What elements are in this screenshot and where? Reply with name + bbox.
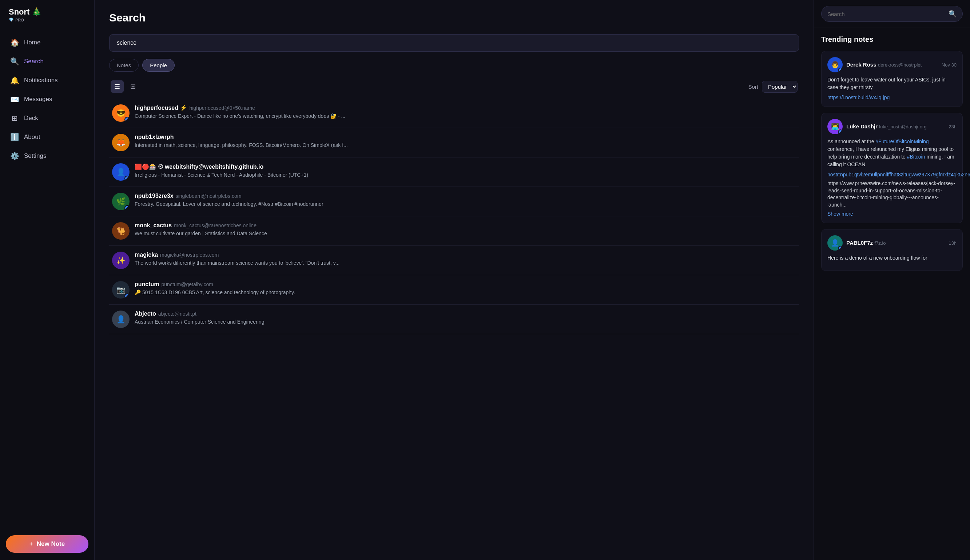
avatar: 🦊 xyxy=(112,134,130,151)
verified-icon: ✓ xyxy=(124,117,130,122)
show-more-button[interactable]: Show more xyxy=(827,211,853,217)
trend-avatar: 👤 ✓ xyxy=(827,235,843,250)
list-item[interactable]: 👤 ✓ 🟥🔴🎰 ♾ weebitshifty@weebitshifty.gith… xyxy=(109,157,799,187)
sidebar-item-label: Settings xyxy=(24,152,46,160)
result-name-row: highperfocused ⚡ highperfocused@0×50.nam… xyxy=(135,104,796,111)
ext-link-text: https://www.prnewswire.com/news-releases… xyxy=(827,180,957,208)
result-handle: highperfocused@0×50.name xyxy=(189,105,255,111)
trend-handle: luke_nostr@dashjr.org xyxy=(879,124,927,130)
trend-user-row: 👨 ✓ Derek Ross derekross@nostrplet Nov 3… xyxy=(827,57,957,72)
list-item[interactable]: ✨ magicka magicka@nostrplebs.com The wor… xyxy=(109,246,799,275)
verified-icon: ✓ xyxy=(124,176,130,181)
notifications-icon: 🔔 xyxy=(10,76,19,85)
sidebar-item-about[interactable]: ℹ️ About xyxy=(6,128,88,146)
deck-icon: ⊞ xyxy=(10,114,19,123)
sidebar-item-label: Home xyxy=(24,39,40,46)
sidebar-item-messages[interactable]: ✉️ Messages xyxy=(6,90,88,108)
right-body: Trending notes 👨 ✓ Derek Ross derekross@… xyxy=(814,28,970,560)
result-name-row: npub1xlzwrph xyxy=(135,134,796,140)
avatar-emoji: 🌿 xyxy=(117,197,125,206)
trend-time: Nov 30 xyxy=(942,62,957,68)
trend-handle: f7z.io xyxy=(875,240,886,246)
tab-people[interactable]: People xyxy=(142,59,175,72)
avatar: 👤 ✓ xyxy=(112,163,130,181)
avatar: 📷 ✓ xyxy=(112,281,130,298)
sidebar-item-deck[interactable]: ⊞ Deck xyxy=(6,110,88,127)
result-info: 🟥🔴🎰 ♾ weebitshifty@weebitshifty.github.i… xyxy=(135,163,796,179)
right-search-input[interactable] xyxy=(827,11,945,17)
nostr-link[interactable]: nostr:npub1qtvl2em0llpnnlfffhat8zltugwwz… xyxy=(827,172,970,177)
trending-verified-icon: ✓ xyxy=(838,68,843,72)
sidebar-item-label: Search xyxy=(24,58,43,65)
trend-username: Luke Dashjr xyxy=(846,123,878,130)
search-icon: 🔍 xyxy=(948,10,957,17)
avatar-emoji: ✨ xyxy=(117,256,125,265)
result-name-row: npub193zre3x singlebeam@nostrplebs.com xyxy=(135,193,796,199)
trending-verified-icon: ✓ xyxy=(838,246,843,250)
list-item[interactable]: 📷 ✓ punctum punctum@getalby.com 🔑 5015 1… xyxy=(109,275,799,305)
trend-user-info: PABL0F7z f7z.io xyxy=(846,240,945,246)
result-name-row: magicka magicka@nostrplebs.com xyxy=(135,252,796,258)
trend-user-info: Derek Ross derekross@nostrplet xyxy=(846,62,938,68)
trend-link[interactable]: https://i.nostr.build/wxJq.jpg xyxy=(827,95,890,100)
right-search-wrapper: 🔍 xyxy=(821,6,963,22)
trend-avatar: 👨 ✓ xyxy=(827,57,843,72)
sidebar-item-search[interactable]: 🔍 Search xyxy=(6,53,88,70)
sidebar-item-settings[interactable]: ⚙️ Settings xyxy=(6,147,88,165)
trend-avatar: 👨‍💻 ✓ xyxy=(827,119,843,134)
trend-card: 👨‍💻 ✓ Luke Dashjr luke_nostr@dashjr.org … xyxy=(821,113,963,223)
trend-username: Derek Ross xyxy=(846,62,877,68)
trend-text: Don't forget to leave water out for your… xyxy=(827,76,957,91)
search-input[interactable] xyxy=(109,34,799,52)
sidebar-item-home[interactable]: 🏠 Home xyxy=(6,34,88,51)
result-bio: Irreligious - Humanist - Science & Tech … xyxy=(135,172,796,179)
trend-card: 👨 ✓ Derek Ross derekross@nostrplet Nov 3… xyxy=(821,51,963,107)
result-name-row: punctum punctum@getalby.com xyxy=(135,281,796,288)
result-name: punctum xyxy=(135,281,159,288)
trend-tag[interactable]: #FutureOfBitcoinMining xyxy=(875,138,928,144)
logo: Snort 🎄 💎 PRO xyxy=(6,7,88,22)
result-name: npub193zre3x xyxy=(135,193,174,199)
sort-label: Sort xyxy=(748,83,758,90)
grid-view-icon: ⊞ xyxy=(130,83,136,90)
trend-user-row: 👨‍💻 ✓ Luke Dashjr luke_nostr@dashjr.org … xyxy=(827,119,957,134)
verified-icon: ✓ xyxy=(124,205,130,210)
trend-user-info: Luke Dashjr luke_nostr@dashjr.org xyxy=(846,123,945,130)
trend-card: 👤 ✓ PABL0F7z f7z.io 13h Here is a demo o… xyxy=(821,229,963,271)
list-item[interactable]: 😎 ✓ highperfocused ⚡ highperfocused@0×50… xyxy=(109,98,799,128)
main-content: Search NotesPeople ☰ ⊞ Sort PopularRecen… xyxy=(95,0,813,560)
avatar-emoji: 😎 xyxy=(117,109,125,117)
trend-text: As announced at the #FutureOfBitcoinMini… xyxy=(827,138,957,168)
list-view-button[interactable]: ☰ xyxy=(110,80,124,93)
list-item[interactable]: 🦊 npub1xlzwrph Interested in math, scien… xyxy=(109,128,799,157)
result-bio: 🔑 5015 1C63 D196 0CB5 Art, science and t… xyxy=(135,289,796,297)
list-item[interactable]: 🐫 monk_cactus monk_cactus@rarenostriches… xyxy=(109,217,799,246)
result-name: npub1xlzwrph xyxy=(135,134,174,140)
sidebar: Snort 🎄 💎 PRO 🏠 Home 🔍 Search 🔔 Notifica… xyxy=(0,0,95,560)
avatar-emoji: 🐫 xyxy=(117,227,125,235)
sort-select[interactable]: PopularRecent xyxy=(762,81,798,93)
about-icon: ℹ️ xyxy=(10,133,19,142)
trending-list: 👨 ✓ Derek Ross derekross@nostrplet Nov 3… xyxy=(821,51,963,271)
avatar: 🌿 ✓ xyxy=(112,193,130,210)
result-info: npub1xlzwrph Interested in math, science… xyxy=(135,134,796,149)
main-area: Search NotesPeople ☰ ⊞ Sort PopularRecen… xyxy=(95,0,813,560)
messages-icon: ✉️ xyxy=(10,95,19,103)
trending-verified-icon: ✓ xyxy=(838,130,843,134)
grid-view-button[interactable]: ⊞ xyxy=(127,80,139,93)
result-info: highperfocused ⚡ highperfocused@0×50.nam… xyxy=(135,104,796,120)
trend-text: Here is a demo of a new onboarding flow … xyxy=(827,254,957,262)
right-panel: 🔍 Trending notes 👨 ✓ Derek Ross derekros… xyxy=(813,0,970,560)
result-info: Abjecto abjecto@nostr.pt Austrian Econom… xyxy=(135,310,796,326)
tab-notes[interactable]: Notes xyxy=(109,59,139,72)
new-note-button[interactable]: + New Note xyxy=(6,535,88,553)
result-name: Abjecto xyxy=(135,310,156,317)
right-search-button[interactable]: 🔍 xyxy=(948,10,957,18)
trend-avatar-emoji: 👨 xyxy=(831,61,839,69)
list-item[interactable]: 🌿 ✓ npub193zre3x singlebeam@nostrplebs.c… xyxy=(109,187,799,217)
result-bio: The world works differently than mainstr… xyxy=(135,260,796,267)
trend-tag-2[interactable]: #Bitcoin xyxy=(907,154,925,160)
sidebar-item-notifications[interactable]: 🔔 Notifications xyxy=(6,72,88,89)
page-title: Search xyxy=(109,12,799,24)
list-item[interactable]: 👤 Abjecto abjecto@nostr.pt Austrian Econ… xyxy=(109,305,799,334)
